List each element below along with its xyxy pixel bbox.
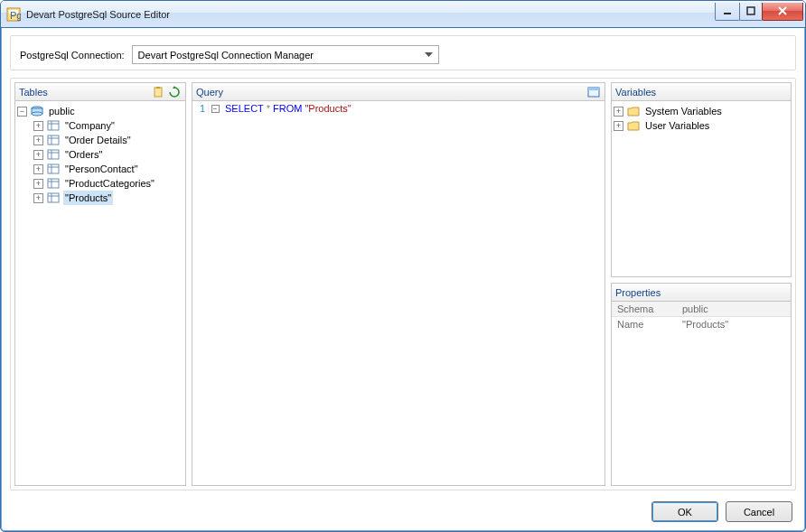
tree-schema-node[interactable]: − public [17, 104, 183, 118]
expand-icon[interactable]: + [33, 164, 43, 174]
query-header: Query [192, 83, 604, 101]
tree-table-node[interactable]: + "Orders" [17, 147, 183, 162]
svg-rect-5 [155, 88, 162, 97]
tables-tree[interactable]: − public + "Company" + [15, 101, 185, 485]
tree-table-node[interactable]: + "Order Details" [17, 133, 183, 147]
svg-rect-3 [724, 13, 731, 14]
svg-rect-10 [48, 121, 59, 130]
schema-icon [30, 105, 44, 117]
tree-table-node[interactable]: + "ProductCategories" [17, 176, 183, 191]
window-title: Devart PostgreSql Source Editor [26, 9, 716, 20]
cancel-button[interactable]: Cancel [726, 501, 792, 522]
tables-title: Tables [19, 87, 48, 98]
table-icon [46, 119, 61, 132]
table-icon [46, 191, 61, 204]
sql-text[interactable]: SELECT * FROM "Products" [221, 103, 351, 114]
sql-icon[interactable] [586, 85, 601, 99]
expand-icon[interactable]: + [33, 121, 43, 131]
tree-table-node[interactable]: + "Products" [17, 191, 183, 205]
sql-keyword-from: FROM [273, 103, 302, 114]
tables-panel: Tables − [14, 82, 186, 486]
svg-rect-22 [48, 179, 59, 188]
clipboard-icon[interactable] [151, 85, 165, 99]
svg-rect-6 [156, 87, 160, 89]
maximize-icon [746, 6, 755, 15]
fold-gutter[interactable]: − [209, 103, 221, 113]
variables-header: Variables [612, 83, 791, 101]
tree-table-label: "Products" [63, 191, 113, 205]
expand-icon[interactable]: + [614, 107, 623, 117]
svg-point-9 [32, 112, 42, 116]
app-window: Pg Devart PostgreSql Source Editor Postg… [0, 0, 806, 532]
cancel-button-label: Cancel [744, 507, 774, 518]
property-row[interactable]: Schema public [612, 302, 791, 317]
svg-rect-4 [747, 7, 754, 14]
minimize-button[interactable] [715, 3, 740, 21]
query-panel: Query 1 − SELECT * [192, 82, 605, 486]
chevron-down-icon [421, 47, 436, 62]
fold-collapse-icon[interactable]: − [211, 105, 220, 113]
properties-grid: Schema public Name "Products" [612, 302, 791, 485]
connection-label: PostgreSql Connection: [16, 50, 125, 61]
tree-table-label: "PersonContact" [63, 162, 140, 176]
expand-icon[interactable]: + [33, 135, 43, 145]
right-column: Variables + System Variables + [611, 82, 792, 486]
variables-title: Variables [615, 87, 656, 98]
ok-button-label: OK [678, 507, 692, 518]
table-icon [46, 177, 61, 190]
tree-table-label: "Order Details" [63, 133, 133, 147]
main-area: Tables − [10, 78, 796, 490]
properties-title: Properties [615, 287, 661, 298]
table-icon [46, 134, 61, 146]
table-icon [46, 163, 61, 175]
svg-rect-16 [48, 150, 59, 159]
collapse-icon[interactable]: − [17, 107, 27, 117]
properties-header: Properties [612, 284, 791, 302]
expand-icon[interactable]: + [33, 193, 43, 203]
variables-group-node[interactable]: + System Variables [614, 104, 789, 118]
variables-group-node[interactable]: + User Variables [614, 118, 789, 133]
minimize-icon [723, 6, 732, 15]
connection-panel: PostgreSql Connection: Devart PostgreSql… [10, 35, 796, 70]
dialog-footer: OK Cancel [10, 498, 796, 522]
svg-rect-19 [48, 164, 59, 173]
query-title: Query [196, 87, 223, 98]
app-icon: Pg [6, 7, 21, 22]
folder-icon [626, 119, 641, 132]
tree-table-node[interactable]: + "Company" [17, 118, 183, 133]
property-value: public [682, 303, 708, 314]
property-value: "Products" [682, 319, 728, 330]
property-key: Name [617, 319, 682, 330]
close-button[interactable] [762, 3, 803, 21]
variables-group-label: User Variables [643, 118, 711, 133]
svg-rect-13 [48, 135, 59, 145]
maximize-button[interactable] [739, 3, 763, 21]
expand-icon[interactable]: + [33, 179, 43, 189]
ok-button[interactable]: OK [651, 501, 718, 522]
titlebar[interactable]: Pg Devart PostgreSql Source Editor [1, 1, 805, 28]
close-icon [777, 6, 788, 15]
expand-icon[interactable]: + [33, 150, 43, 160]
variables-panel: Variables + System Variables + [611, 82, 792, 277]
variables-tree[interactable]: + System Variables + User Variables [612, 101, 791, 276]
window-buttons [716, 3, 803, 21]
property-key: Schema [617, 303, 682, 314]
variables-group-label: System Variables [643, 104, 724, 118]
sql-star: * [267, 103, 270, 114]
svg-text:Pg: Pg [10, 10, 21, 21]
tree-table-label: "Company" [63, 118, 117, 133]
content-area: PostgreSql Connection: Devart PostgreSql… [1, 28, 805, 531]
sql-keyword-select: SELECT [225, 103, 264, 114]
property-row[interactable]: Name "Products" [612, 317, 791, 331]
tree-table-node[interactable]: + "PersonContact" [17, 162, 183, 176]
connection-combo-value: Devart PostgreSql Connection Manager [138, 50, 314, 61]
query-editor[interactable]: 1 − SELECT * FROM "Products" [192, 101, 604, 485]
refresh-icon[interactable] [167, 85, 182, 99]
properties-panel: Properties Schema public Name "Products" [611, 283, 792, 486]
table-icon [46, 148, 61, 161]
sql-string: "Products" [305, 103, 351, 114]
svg-rect-29 [588, 88, 599, 90]
connection-combo[interactable]: Devart PostgreSql Connection Manager [132, 45, 439, 64]
expand-icon[interactable]: + [614, 121, 623, 131]
tree-schema-label: public [47, 104, 77, 118]
